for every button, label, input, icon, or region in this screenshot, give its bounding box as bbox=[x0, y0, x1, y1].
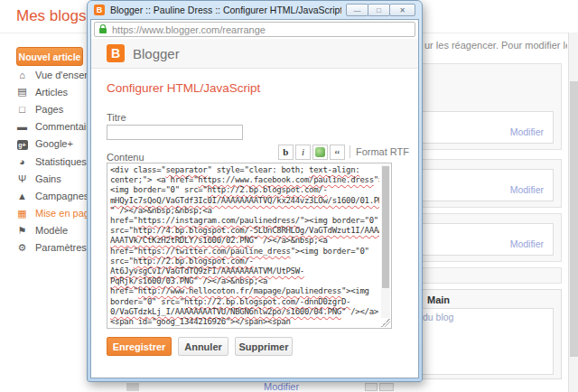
maximize-button[interactable]: □ bbox=[368, 4, 390, 16]
contenu-label: Contenu bbox=[107, 152, 144, 163]
trophy-icon: Ψ bbox=[16, 173, 28, 184]
minimize-button[interactable]: — bbox=[346, 4, 368, 16]
gadget-fragment bbox=[365, 383, 378, 391]
sidebar-item-google-plus[interactable]: g+Google+ bbox=[0, 135, 87, 153]
toolbar-separator bbox=[350, 145, 350, 158]
delete-button[interactable]: Supprimer bbox=[235, 337, 293, 356]
editor-toolbar: b i “ Format RTF bbox=[276, 144, 409, 160]
modifier-link[interactable]: Modifier bbox=[510, 238, 544, 249]
page-title: Mes blogs bbox=[16, 7, 86, 25]
contenu-code-text[interactable]: <div class="separator" style="clear: bot… bbox=[110, 165, 379, 326]
sidebar-item-label: Paramètres bbox=[35, 242, 87, 253]
sidebar-item-campagnes[interactable]: ▲Campagnes bbox=[0, 187, 87, 204]
google-plus-icon: g+ bbox=[16, 138, 28, 150]
sidebar-item-gains[interactable]: ΨGains bbox=[0, 170, 87, 187]
popup-titlebar[interactable]: B Blogger :: Pauline Dress :: Configurer… bbox=[88, 1, 422, 19]
popup-window-title: Blogger :: Pauline Dress :: Configurer H… bbox=[110, 5, 341, 15]
page-icon: □ bbox=[16, 104, 28, 115]
sidebar-item-statistiques[interactable]: ◕Statistiques bbox=[0, 153, 87, 170]
main-section-title: Main bbox=[427, 294, 450, 305]
format-rtf-link[interactable]: Format RTF bbox=[356, 146, 409, 157]
popup-window: B Blogger :: Pauline Dress :: Configurer… bbox=[87, 0, 423, 382]
textarea-scrollbar[interactable] bbox=[381, 164, 390, 327]
sidebar-item-label: Articles bbox=[35, 87, 68, 98]
textarea-scrollbar-thumb[interactable] bbox=[382, 166, 389, 288]
campaign-icon: ▲ bbox=[16, 191, 28, 201]
blogger-logo-icon: B bbox=[107, 44, 125, 62]
url-bar[interactable]: https://www.blogger.com/rearrange bbox=[94, 22, 415, 37]
blogger-header-bar: B Blogger bbox=[91, 39, 418, 69]
url-text: https://www.blogger.com/rearrange bbox=[112, 24, 266, 35]
sidebar-item-label: Google+ bbox=[35, 138, 73, 149]
sidebar-item-label: Modèle bbox=[35, 225, 68, 236]
blogger-brand-name: Blogger bbox=[133, 46, 180, 61]
gadget-fragment bbox=[379, 383, 394, 391]
sidebar-menu: ⌂Vue d'ensemble▤Articles□Pages▬Commentai… bbox=[0, 66, 87, 257]
modifier-link[interactable]: Modifier bbox=[510, 126, 544, 137]
sidebar-item-label: Statistiques bbox=[35, 156, 87, 167]
link-icon bbox=[315, 147, 325, 157]
bold-button[interactable]: b bbox=[278, 145, 294, 160]
sidebar-item-label: Campagnes bbox=[35, 191, 89, 201]
sidebar-item-label: Pages bbox=[35, 104, 63, 115]
gadget-box[interactable]: Modifier bbox=[406, 111, 554, 144]
modifier-link[interactable]: Modifier bbox=[510, 184, 544, 195]
sidebar-item-commentaires[interactable]: ▬Commentaires bbox=[0, 118, 87, 135]
blogger-favicon-icon: B bbox=[94, 5, 105, 15]
page-scrollbar[interactable] bbox=[568, 33, 578, 392]
sidebar-item-mise-en-page[interactable]: ▦Mise en page bbox=[0, 205, 87, 222]
italic-button[interactable]: i bbox=[295, 145, 311, 160]
gadget-box[interactable]: Modifier bbox=[406, 169, 554, 201]
https-lock-icon bbox=[99, 28, 107, 33]
titre-input[interactable] bbox=[107, 125, 243, 140]
layout-instruction-text: ur les réagencer. Pour modifier les colo… bbox=[424, 40, 567, 51]
sidebar-item-parametres[interactable]: ⚙Paramètres bbox=[0, 239, 87, 257]
resize-grip[interactable] bbox=[381, 318, 390, 327]
comment-bubble-icon: ▬ bbox=[16, 121, 28, 132]
pie-chart-icon: ◕ bbox=[16, 156, 28, 167]
sidebar-item-articles[interactable]: ▤Articles bbox=[0, 83, 87, 100]
quote-button[interactable]: “ bbox=[330, 145, 345, 160]
layout-icon: ▦ bbox=[16, 208, 28, 219]
gadget-box[interactable]: Modifier bbox=[406, 223, 554, 256]
link-button[interactable] bbox=[312, 145, 328, 160]
sidebar-item-vue-densemble[interactable]: ⌂Vue d'ensemble bbox=[0, 66, 87, 83]
blog-posts-gadget-box[interactable]: es du blog bbox=[406, 308, 554, 375]
save-button[interactable]: Enregistrer bbox=[107, 337, 172, 356]
popup-content: https://www.blogger.com/rearrange B Blog… bbox=[90, 19, 419, 378]
home-icon: ⌂ bbox=[16, 70, 28, 80]
sidebar-item-label: Gains bbox=[35, 173, 61, 184]
configure-heading: Configurer HTML/JavaScript bbox=[107, 81, 260, 95]
titre-label: Titre bbox=[107, 112, 126, 123]
gadget-fragment bbox=[126, 383, 139, 391]
posts-icon: ▤ bbox=[16, 86, 28, 98]
modifier-link[interactable]: Modifier bbox=[264, 381, 299, 392]
contenu-textarea[interactable]: <div class="separator" style="clear: bot… bbox=[107, 163, 392, 329]
new-post-button[interactable]: Nouvel article bbox=[16, 47, 83, 66]
template-flag-icon: ⚑ bbox=[16, 225, 28, 237]
sidebar-item-modele[interactable]: ⚑Modèle bbox=[0, 222, 87, 239]
cancel-button[interactable]: Annuler bbox=[178, 337, 228, 356]
close-button[interactable]: ✕ bbox=[389, 4, 415, 16]
sidebar-item-pages[interactable]: □Pages bbox=[0, 100, 87, 117]
wrench-icon: ⚙ bbox=[16, 242, 28, 254]
page-scrollbar-thumb[interactable] bbox=[570, 81, 578, 357]
